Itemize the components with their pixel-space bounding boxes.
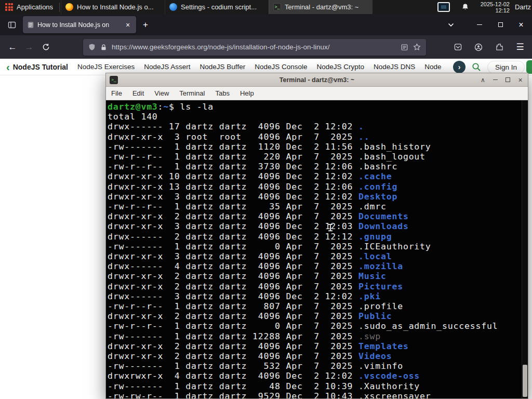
panel-separator (59, 3, 60, 12)
terminal-line: drwxrwxr-x 4 dartz dartz 4096 Dec 2 12:0… (108, 371, 527, 381)
bookmark-star-icon[interactable] (413, 43, 421, 51)
terminal-line: drwxr-xr-x 2 dartz dartz 4096 Apr 7 2025… (108, 341, 527, 351)
browser-tab-bar: How to Install Node.js on × + × (0, 14, 532, 35)
terminal-line: -rw-r--r-- 1 dartz dartz 0 Apr 7 2025 .s… (108, 321, 527, 331)
menu-view[interactable]: View (149, 87, 174, 100)
terminal-line: drwxr-xr-x 3 dartz dartz 4096 Dec 2 12:0… (108, 221, 527, 231)
gfg-nav-link[interactable]: NodeJS Console (255, 63, 307, 71)
applications-menu-button[interactable]: Applications (0, 0, 58, 14)
terminal-icon: >_ (273, 3, 281, 11)
terminal-line: drwx------ 3 dartz dartz 4096 Dec 2 12:0… (108, 291, 527, 301)
taskbar-item-terminal[interactable]: >_ Terminal - dartz@vm3: ~ (269, 0, 373, 14)
url-bar[interactable]: https://www.geeksforgeeks.org/node-js/in… (83, 39, 426, 56)
panel-user-label[interactable]: Dartz (515, 3, 531, 11)
account-icon[interactable] (471, 39, 486, 56)
terminal-line: drwx------ 4 dartz dartz 4096 Apr 7 2025… (108, 261, 527, 271)
gfg-floating-button-partial[interactable] (526, 60, 532, 74)
terminal-shade-button[interactable]: ∧ (478, 75, 487, 84)
gfg-sign-in-button[interactable]: Sign In (487, 61, 525, 74)
terminal-line: -rw------- 1 dartz dartz 1120 Dec 2 11:5… (108, 142, 527, 152)
terminal-titlebar[interactable]: >_ Terminal - dartz@vm3: ~ ∧ × (106, 73, 528, 87)
list-all-tabs-chevron-down-icon[interactable] (444, 18, 458, 32)
forward-button[interactable]: → (21, 39, 37, 56)
terminal-line: -rw-r--r-- 1 dartz dartz 3730 Dec 2 12:0… (108, 162, 527, 171)
terminal-line: drwx------ 2 dartz dartz 4096 Dec 2 12:1… (108, 232, 527, 242)
reload-button[interactable] (37, 39, 54, 56)
browser-toolbar: ← → https://www.geeksforgeeks.org/node-j… (0, 35, 532, 59)
menu-edit[interactable]: Edit (127, 87, 149, 100)
menu-help[interactable]: Help (235, 87, 259, 100)
terminal-line: -rw------- 1 dartz dartz 0 Apr 7 2025 .I… (108, 242, 527, 251)
terminal-line: drwx------ 17 dartz dartz 4096 Dec 2 12:… (108, 122, 527, 131)
gfg-nav-link[interactable]: NodeJS Tutorial (13, 63, 68, 71)
terminal-window: >_ Terminal - dartz@vm3: ~ ∧ × File Edit… (105, 73, 528, 399)
gfg-nav-link[interactable]: NodeJS Assert (144, 63, 190, 71)
terminal-scrollbar-thumb[interactable] (523, 365, 527, 397)
desktop: Applications How to Install Node.js o...… (0, 0, 532, 399)
browser-restore-button[interactable] (497, 21, 504, 29)
url-text[interactable]: https://www.geeksforgeeks.org/node-js/in… (112, 43, 396, 51)
terminal-body[interactable]: dartz@vm3:~$ ls -latotal 140drwx------ 1… (106, 100, 528, 398)
gfg-nav-link[interactable]: NodeJS Crypto (316, 63, 364, 71)
notification-bell-icon[interactable] (461, 3, 469, 11)
menu-tabs[interactable]: Tabs (210, 87, 234, 100)
taskbar-item-firefox[interactable]: How to Install Node.js o... (61, 0, 165, 14)
terminal-minimize-button[interactable] (491, 75, 500, 84)
firefox-view-icon[interactable] (4, 17, 20, 33)
terminal-line: -rw-r--r-- 1 dartz dartz 807 Apr 7 2025 … (108, 301, 527, 311)
tab-title: How to Install Node.js on (37, 21, 119, 29)
terminal-line: -rw------- 1 dartz dartz 532 Apr 7 2025 … (108, 361, 527, 371)
gfg-scroll-left-chevron-icon[interactable]: ‹ (6, 62, 10, 72)
terminal-maximize-button[interactable] (503, 75, 512, 84)
terminal-line: -rw------- 1 dartz dartz 48 Dec 2 10:39 … (108, 381, 527, 391)
gfg-nav-link[interactable]: NodeJS Buffer (200, 63, 246, 71)
tracking-shield-icon[interactable] (88, 43, 96, 51)
terminal-close-button[interactable]: × (516, 75, 525, 84)
applications-label: Applications (17, 3, 53, 11)
gfg-nav-links: NodeJS Tutorial NodeJS Exercises NodeJS … (13, 63, 442, 71)
terminal-line: -rw-r--r-- 1 dartz dartz 35 Apr 7 2025 .… (108, 202, 527, 211)
new-tab-button[interactable]: + (138, 18, 153, 32)
desktop-panel: Applications How to Install Node.js o...… (0, 0, 532, 14)
taskbar-item-title: Settings - codium script... (181, 3, 257, 11)
hamburger-menu-icon[interactable]: ☰ (512, 39, 528, 56)
browser-tab-active[interactable]: How to Install Node.js on × (23, 16, 136, 33)
lock-icon[interactable] (100, 44, 107, 51)
menu-file[interactable]: File (106, 87, 127, 100)
gfg-scroll-right-chevron-icon[interactable]: › (453, 61, 466, 73)
terminal-line: -rw-r--r-- 1 dartz dartz 220 Apr 7 2025 … (108, 152, 527, 162)
tab-favicon (27, 21, 34, 29)
terminal-window-icon: >_ (110, 76, 118, 84)
browser-minimize-button[interactable] (476, 21, 483, 29)
terminal-line: drwxr-xr-x 3 root root 4096 Apr 7 2025 .… (108, 132, 527, 142)
terminal-line: -rw-rw-r-- 1 dartz dartz 9529 Dec 2 10:4… (108, 391, 527, 398)
reader-mode-icon[interactable] (401, 44, 408, 51)
gfg-nav-link[interactable]: NodeJS Exercises (77, 63, 135, 71)
firefox-icon (65, 3, 73, 11)
taskbar-item-title: Terminal - dartz@vm3: ~ (285, 3, 358, 11)
clock-date: 2025-12-02 (481, 1, 510, 7)
browser-close-button[interactable]: × (517, 21, 525, 29)
terminal-line: drwxr-xr-x 3 dartz dartz 4096 Apr 7 2025… (108, 251, 527, 261)
terminal-line: drwxr-xr-x 2 dartz dartz 4096 Apr 7 2025… (108, 271, 527, 281)
extensions-puzzle-icon[interactable] (491, 39, 507, 56)
terminal-line: total 140 (108, 112, 527, 122)
terminal-scrollbar[interactable] (522, 100, 528, 398)
terminal-output: dartz@vm3:~$ ls -latotal 140drwx------ 1… (108, 102, 527, 398)
terminal-title: Terminal - dartz@vm3: ~ (106, 76, 528, 84)
menu-terminal[interactable]: Terminal (174, 87, 210, 100)
terminal-menubar: File Edit View Terminal Tabs Help (106, 87, 528, 100)
terminal-line: drwxr-xr-x 2 dartz dartz 4096 Apr 7 2025… (108, 282, 527, 291)
gfg-search-icon[interactable] (472, 62, 481, 72)
systray-display-icon[interactable] (437, 2, 450, 12)
taskbar-item-settings[interactable]: Settings - codium script... (165, 0, 269, 14)
back-button[interactable]: ← (4, 39, 21, 56)
panel-clock[interactable]: 2025-12-02 12:12 (481, 1, 510, 14)
terminal-line: dartz@vm3:~$ ls -la (108, 102, 527, 112)
clock-time: 12:12 (495, 7, 510, 14)
pocket-icon[interactable] (450, 39, 466, 56)
gfg-nav-link[interactable]: Node (424, 63, 441, 71)
terminal-line: drwxr-xr-x 13 dartz dartz 4096 Dec 2 12:… (108, 182, 527, 192)
gfg-nav-link[interactable]: NodeJS DNS (374, 63, 415, 71)
tab-close-icon[interactable]: × (123, 20, 133, 30)
